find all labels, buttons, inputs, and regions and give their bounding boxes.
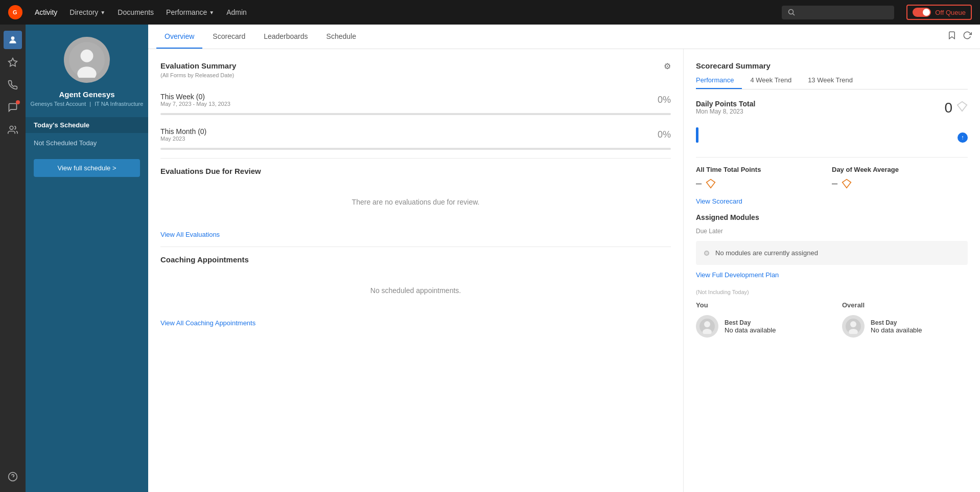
view-all-evals-link[interactable]: View All Evaluations [160, 231, 671, 238]
svg-point-19 [704, 321, 710, 327]
nav-admin[interactable]: Admin [226, 8, 247, 16]
chart-bar [696, 127, 698, 143]
tabs-bar: Overview Scorecard Leaderboards Schedule [148, 25, 980, 49]
sidebar-icon-agent[interactable] [4, 31, 22, 49]
scorecard-tab-performance[interactable]: Performance [696, 72, 742, 89]
tab-overview[interactable]: Overview [156, 25, 202, 49]
eval-this-month-label: This Month (0) [160, 127, 206, 136]
evals-due-title: Evaluations Due for Review [160, 167, 671, 175]
search-input[interactable] [799, 9, 881, 16]
eval-this-month-row: This Month (0) May 2023 0% [160, 121, 671, 148]
tab-scorecard[interactable]: Scorecard [204, 25, 253, 49]
right-panel: Scorecard Summary Performance 4 Week Tre… [684, 49, 980, 492]
off-queue-toggle[interactable]: Off Queue [906, 5, 972, 20]
all-time-points-value-row: – [696, 177, 832, 189]
eval-settings-icon[interactable]: ⚙ [664, 61, 671, 71]
svg-line-3 [793, 14, 795, 16]
todays-schedule-label: Today's Schedule [26, 117, 148, 133]
best-day-label: Best Day [725, 319, 776, 326]
best-day-value: No data available [725, 326, 776, 334]
sidebar-icon-star[interactable] [4, 53, 22, 72]
view-all-coaching-link[interactable]: View All Coaching Appointments [160, 319, 671, 327]
scorecard-tabs: Performance 4 Week Trend 13 Week Trend [696, 72, 968, 90]
top-nav: G Activity Directory ▼ Documents Perform… [0, 0, 980, 25]
best-section-note: (Not Including Today) [696, 289, 968, 295]
agent-avatar [64, 37, 110, 83]
due-later-label: Due Later [696, 228, 968, 235]
eval-this-month-bar [160, 148, 671, 150]
best-overall-day-card: Best Day No data available [842, 315, 968, 338]
nav-documents[interactable]: Documents [118, 8, 154, 16]
daily-points-date: Mon May 8, 2023 [696, 108, 755, 115]
sidebar-icon-help[interactable] [4, 467, 22, 486]
eval-this-week-label: This Week (0) [160, 93, 230, 101]
best-overall-day-label: Best Day [871, 319, 922, 326]
eval-summary-title: Evaluation Summary [160, 61, 236, 70]
view-scorecard-link[interactable]: View Scorecard [696, 197, 968, 205]
chart-info-icon[interactable] [958, 132, 968, 143]
eval-this-month-date: May 2023 [160, 136, 206, 142]
eval-this-week-date: May 7, 2023 - May 13, 2023 [160, 101, 230, 107]
sidebar-icon-chat[interactable] [4, 98, 22, 117]
daily-points-value: 0 [944, 100, 952, 116]
chart-area [696, 116, 968, 147]
main-content: Overview Scorecard Leaderboards Schedule… [148, 25, 980, 492]
svg-point-22 [850, 321, 856, 327]
daily-points-diamond-icon [956, 101, 968, 115]
search-bar[interactable] [782, 6, 894, 19]
module-empty-text: No modules are currently assigned [715, 249, 818, 257]
day-avg-diamond-icon [842, 178, 852, 189]
svg-marker-5 [9, 58, 17, 66]
svg-point-4 [11, 36, 15, 40]
not-scheduled-text: Not Scheduled Today [26, 133, 148, 153]
svg-marker-12 [958, 102, 967, 111]
nav-activity[interactable]: Activity [35, 8, 57, 16]
eval-this-week-pct: 0% [658, 95, 671, 105]
coaching-empty: No scheduled appointments. [160, 266, 671, 315]
best-section: (Not Including Today) You Best Day No da… [696, 289, 968, 338]
svg-point-10 [81, 50, 94, 62]
all-time-points-stat: All Time Total Points – [696, 166, 832, 189]
logo-icon: G [8, 5, 22, 19]
scorecard-tab-4week[interactable]: 4 Week Trend [742, 72, 800, 89]
all-time-diamond-icon [706, 178, 716, 189]
stats-row: All Time Total Points – Day of Week Aver… [696, 157, 968, 189]
module-item: No modules are currently assigned [696, 241, 968, 265]
eval-this-week-bar [160, 113, 671, 115]
scorecard-summary-title: Scorecard Summary [696, 61, 968, 70]
nav-directory[interactable]: Directory ▼ [69, 8, 105, 16]
bookmark-icon[interactable] [947, 31, 956, 42]
agent-subtitle: Genesys Test Account | IT NA Infrastruct… [29, 101, 146, 107]
agent-panel: Agent Genesys Genesys Test Account | IT … [26, 25, 148, 492]
svg-point-6 [10, 126, 13, 130]
sidebar-icon-team[interactable] [4, 121, 22, 139]
view-schedule-button[interactable]: View full schedule > [34, 159, 140, 177]
tab-icons [947, 31, 972, 42]
left-panel: Evaluation Summary (All Forms by Release… [148, 49, 684, 492]
daily-points-section: Daily Points Total Mon May 8, 2023 0 [696, 100, 968, 116]
tab-schedule[interactable]: Schedule [318, 25, 364, 49]
off-queue-label: Off Queue [935, 9, 966, 16]
coaching-title: Coaching Appointments [160, 255, 671, 264]
svg-point-2 [789, 10, 794, 14]
best-you-label: You [696, 301, 822, 309]
eval-summary-subtitle: (All Forms by Released Date) [160, 72, 236, 78]
nav-performance[interactable]: Performance ▼ [166, 8, 214, 16]
view-dev-plan-link[interactable]: View Full Development Plan [696, 271, 968, 279]
daily-points-title: Daily Points Total [696, 100, 755, 108]
content-area: Evaluation Summary (All Forms by Release… [148, 49, 980, 492]
svg-text:G: G [13, 9, 17, 15]
refresh-icon[interactable] [963, 31, 972, 42]
best-overall-item: Overall Best Day No data available [842, 301, 968, 338]
tab-leaderboards[interactable]: Leaderboards [255, 25, 316, 49]
best-overall-day-value: No data available [871, 326, 922, 334]
best-overall-avatar [842, 315, 865, 338]
day-of-week-avg-stat: Day of Week Average – [832, 166, 968, 189]
svg-marker-16 [707, 179, 715, 188]
eval-this-month-pct: 0% [658, 129, 671, 140]
evals-due-empty: There are no evaluations due for review. [160, 177, 671, 227]
sidebar-icon-phone[interactable] [4, 76, 22, 94]
eval-summary-header: Evaluation Summary (All Forms by Release… [160, 61, 671, 86]
day-of-week-avg-value-row: – [832, 177, 968, 189]
scorecard-tab-13week[interactable]: 13 Week Trend [800, 72, 861, 89]
